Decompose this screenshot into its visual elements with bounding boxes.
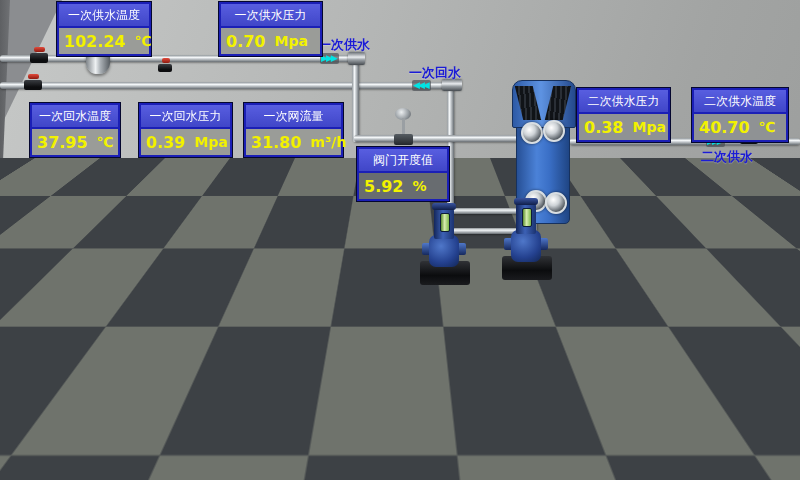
gauge-primary-flow: 一次网流量 31.80m³/h — [244, 103, 343, 157]
gauge-unit: ℃ — [97, 134, 114, 150]
gauge-title: 二次回水压力 — [580, 248, 666, 272]
primary-supply-pipe — [0, 55, 354, 62]
gauge-title: 二次回水温度 — [693, 248, 785, 272]
hx-port — [543, 120, 565, 142]
tank-leg — [18, 406, 27, 434]
pump-volute — [429, 235, 459, 267]
gauge-primary-return-temp: 一次回水温度 37.95℃ — [30, 103, 120, 157]
pump-volute — [229, 414, 263, 442]
circulation-pump-2[interactable] — [500, 198, 552, 284]
gauge-unit: m³/h — [311, 134, 347, 150]
pump-indicator-window — [256, 327, 266, 344]
gauge-secondary-return-temp: 二次回水温度 36.63℃ — [691, 246, 787, 300]
gauge-unit: Mpa — [633, 277, 666, 293]
gauge-unit: Mpa — [194, 134, 227, 150]
tank-leg — [64, 406, 73, 434]
gauge-title: 二次供水温度 — [694, 90, 786, 114]
gauge-value: 0.39 — [146, 133, 185, 152]
gauge-value: 40.70 — [699, 118, 750, 137]
gauge-title: 二次供水压力 — [579, 90, 668, 114]
gauge-value: 0.38 — [584, 118, 623, 137]
pump-volute — [511, 230, 541, 262]
gauge-tank-level: 水箱液位高度 1.10m³ — [33, 298, 127, 352]
pump-cap — [432, 203, 456, 210]
gauge-unit: ℃ — [759, 119, 776, 135]
gauge-primary-supply-pressure: 一次供水压力 0.70Mpa — [219, 2, 322, 56]
makeup-loop-left-pipe — [200, 364, 206, 426]
gauge-unit: m³ — [88, 329, 109, 345]
primary-supply-drop-pipe — [352, 58, 359, 142]
gauge-unit: Hz — [346, 409, 366, 425]
pipe-label-primary-return: 一次回水 — [409, 64, 461, 82]
gauge-secondary-supply-temp: 二次供水温度 40.70℃ — [692, 88, 788, 142]
pipe-label-secondary-supply: 二次供水 — [701, 148, 753, 166]
gauge-unit: ℃ — [135, 33, 152, 49]
gauge-title: 一次回水压力 — [141, 105, 230, 129]
gauge-makeup-pump-frequency: 补水泵频率 33.88Hz — [279, 378, 372, 432]
flow-arrow-left-icon: ◀◀◀ — [486, 293, 505, 304]
flow-arrow-left-icon: ◀◀◀ — [520, 326, 539, 337]
gauge-title: 一次供水压力 — [221, 4, 320, 28]
hx-port — [521, 122, 543, 144]
gauge-secondary-supply-pressure: 二次供水压力 0.38Mpa — [577, 88, 670, 142]
gauge-unit: Mpa — [274, 33, 307, 49]
tank-panel-seam — [66, 347, 68, 407]
gauge-unit: Mpa — [632, 119, 665, 135]
tank-leg — [108, 406, 117, 434]
pump-cap — [249, 318, 271, 325]
tank-manhole — [74, 358, 112, 394]
gauge-value: 36.63 — [698, 276, 749, 295]
flow-arrow-right-icon: ▶▶▶ — [578, 385, 597, 396]
pipe-coupling — [606, 384, 622, 396]
gauge-title: 补水泵频率 — [281, 380, 370, 404]
hmi-heating-station-screen: ▶▶▶ ◀◀◀ ▶▶▶ ◀◀◀ ◀◀◀ ◀◀◀ ▶▶▶ — [0, 0, 800, 480]
pipe-coupling — [544, 325, 561, 337]
pump-cap — [234, 378, 256, 385]
gauge-primary-return-pressure: 一次回水压力 0.39Mpa — [139, 103, 232, 157]
pump-indicator-window — [522, 208, 532, 227]
primary-return-pipe — [0, 82, 458, 89]
gauge-title: 一次回水温度 — [32, 105, 118, 129]
gauge-title: 阀门开度值 — [359, 149, 447, 173]
gauge-unit: % — [412, 178, 426, 194]
circulation-pump-1[interactable] — [418, 203, 470, 289]
tank-outlet-pipe — [150, 328, 550, 334]
flow-arrow-right-icon: ▶▶▶ — [320, 53, 339, 64]
gauge-value: 0.27 — [585, 276, 624, 295]
gauge-value: 0.70 — [226, 32, 265, 51]
gauge-valve-opening: 阀门开度值 5.92% — [357, 147, 449, 201]
gauge-title: 水箱液位高度 — [35, 300, 125, 324]
makeup-header-pipe — [333, 387, 620, 393]
pipe-label-secondary-return: 二次回水 — [718, 307, 770, 325]
gauge-value: 1.10 — [40, 328, 79, 347]
gauge-secondary-return-pressure: 二次回水压力 0.27Mpa — [578, 246, 668, 300]
makeup-pump-2[interactable] — [222, 378, 270, 460]
gauge-title: 一次网流量 — [246, 105, 341, 129]
pump-cap — [514, 198, 538, 205]
gauge-unit: ℃ — [758, 277, 775, 293]
pump-indicator-window — [440, 213, 450, 232]
tank-manhole — [22, 358, 60, 394]
gauge-primary-supply-temp: 一次供水温度 102.24℃ — [57, 2, 151, 56]
gauge-value: 102.24 — [64, 32, 126, 51]
gauge-title: 一次供水温度 — [59, 4, 149, 28]
gauge-value: 5.92 — [364, 177, 403, 196]
pipe-label-makeup: 补水 — [582, 400, 608, 418]
gauge-value: 37.95 — [37, 133, 88, 152]
gauge-value: 31.80 — [251, 133, 302, 152]
pump-volute — [245, 352, 277, 378]
gauge-value: 33.88 — [286, 408, 337, 427]
pump-indicator-window — [241, 387, 251, 404]
pipe-label-primary-supply: 一次供水 — [318, 36, 370, 54]
